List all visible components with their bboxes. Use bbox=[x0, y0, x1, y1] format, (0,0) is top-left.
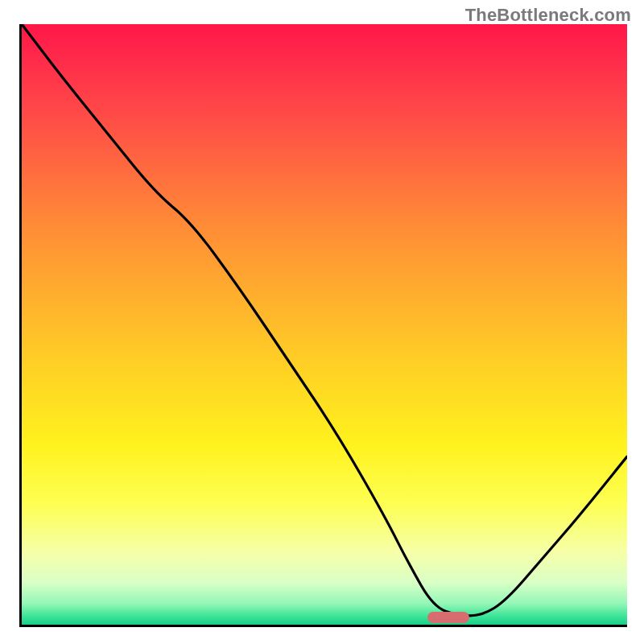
optimal-marker bbox=[427, 612, 470, 623]
bottleneck-chart: TheBottleneck.com bbox=[0, 0, 644, 644]
plot-area bbox=[19, 24, 627, 627]
bottleneck-curve-path bbox=[22, 24, 627, 616]
curve-layer bbox=[22, 24, 627, 625]
watermark-text: TheBottleneck.com bbox=[465, 5, 631, 26]
